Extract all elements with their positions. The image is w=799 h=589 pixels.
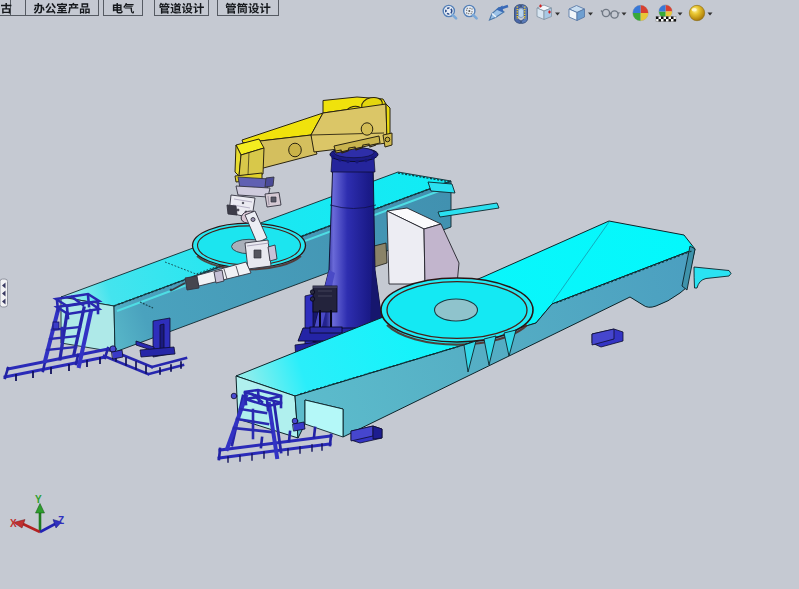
svg-text:Y: Y xyxy=(35,494,42,505)
svg-text:Z: Z xyxy=(58,515,64,526)
svg-text:X: X xyxy=(10,518,17,529)
